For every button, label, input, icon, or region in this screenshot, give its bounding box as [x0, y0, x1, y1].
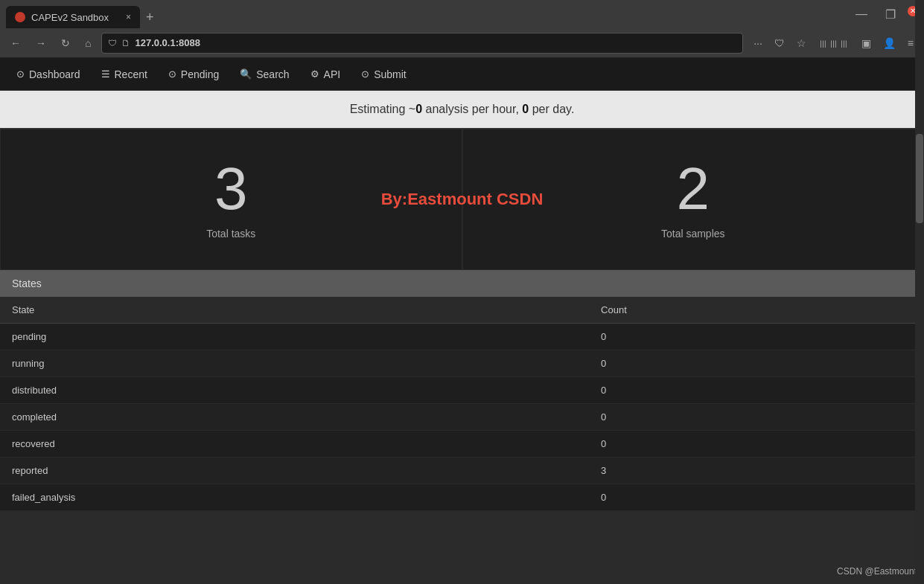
table-row: completed0: [0, 404, 924, 431]
table-row: running0: [0, 350, 924, 377]
addressbar: ← → ↻ ⌂ 🛡 🗋 127.0.0.1:8088 ··· 🛡 ☆ ⫼⫼⫼ ▣…: [0, 28, 924, 58]
total-tasks-label: Total tasks: [206, 228, 255, 240]
refresh-button[interactable]: ↻: [57, 34, 74, 52]
state-cell: failed_analysis: [0, 484, 589, 511]
count-cell: 0: [589, 404, 924, 431]
total-samples-label: Total samples: [661, 228, 725, 240]
nav-pending[interactable]: ⊙ Pending: [158, 58, 229, 91]
sidebar-button[interactable]: ▣: [857, 34, 876, 52]
total-samples-number: 2: [677, 159, 710, 219]
page-icon: 🗋: [121, 38, 130, 48]
estimating-suffix: per day.: [529, 103, 574, 115]
count-cell: 0: [589, 377, 924, 404]
nav-api-label: API: [324, 68, 341, 80]
count-cell: 0: [589, 484, 924, 511]
bottom-credit: CSDN @Eastmount: [837, 566, 917, 577]
count-cell: 0: [589, 324, 924, 350]
recent-icon: ☰: [101, 68, 110, 80]
scroll-thumb[interactable]: [916, 134, 923, 223]
table-row: recovered0: [0, 431, 924, 458]
state-cell: pending: [0, 324, 589, 350]
security-icon: 🛡: [108, 38, 117, 48]
table-row: distributed0: [0, 377, 924, 404]
count-cell: 0: [589, 350, 924, 377]
estimating-middle: analysis per hour,: [422, 103, 522, 115]
nav-submit[interactable]: ⊙ Submit: [351, 58, 417, 91]
app-nav: ⊙ Dashboard ☰ Recent ⊙ Pending 🔍 Search …: [0, 58, 924, 91]
library-button[interactable]: ⫼⫼⫼: [814, 34, 854, 52]
scrollbar[interactable]: [915, 0, 924, 584]
state-cell: completed: [0, 404, 589, 431]
active-tab[interactable]: CAPEv2 Sandbox ×: [6, 6, 140, 28]
state-cell: running: [0, 350, 589, 377]
col-state-header: State: [0, 297, 589, 324]
back-button[interactable]: ←: [6, 34, 25, 52]
table-row: pending0: [0, 324, 924, 350]
account-button[interactable]: 👤: [879, 34, 900, 52]
table-row: reported3: [0, 458, 924, 484]
page-content: Estimating ~0 analysis per hour, 0 per d…: [0, 91, 924, 511]
tab-favicon: [15, 12, 25, 22]
states-section: States State Count pending0running0distr…: [0, 270, 924, 511]
more-options-button[interactable]: ···: [749, 34, 767, 52]
table-header-row: State Count: [0, 297, 924, 324]
pending-icon: ⊙: [168, 68, 176, 80]
state-cell: distributed: [0, 377, 589, 404]
estimating-bar: Estimating ~0 analysis per hour, 0 per d…: [0, 91, 924, 128]
tab-title: CAPEv2 Sandbox: [31, 12, 109, 23]
browser-window: CAPEv2 Sandbox × + — ❐ ✕ ← → ↻ ⌂ 🛡 🗋 127…: [0, 0, 924, 584]
titlebar: CAPEv2 Sandbox × + — ❐ ✕: [0, 0, 924, 28]
states-table: State Count pending0running0distributed0…: [0, 297, 924, 511]
stats-wrapper: 3 Total tasks 2 Total samples By:Eastmou…: [0, 128, 924, 270]
toolbar-icons: ··· 🛡 ☆ ⫼⫼⫼ ▣ 👤 ≡: [749, 34, 918, 52]
tab-close-button[interactable]: ×: [126, 12, 131, 22]
count-cell: 3: [589, 458, 924, 484]
search-icon: 🔍: [240, 68, 252, 80]
dashboard-icon: ⊙: [16, 68, 25, 80]
nav-search-label: Search: [256, 68, 289, 80]
nav-api[interactable]: ⚙ API: [300, 58, 351, 91]
states-header: States: [0, 270, 924, 297]
per-hour-value: 0: [415, 103, 422, 115]
api-icon: ⚙: [310, 68, 319, 80]
new-tab-button[interactable]: +: [140, 7, 160, 28]
nav-recent-label: Recent: [115, 68, 147, 80]
window-controls: — ❐ ✕: [850, 6, 918, 23]
pocket-button[interactable]: 🛡: [770, 34, 789, 52]
address-bar[interactable]: 🛡 🗋 127.0.0.1:8088: [101, 33, 743, 54]
bookmark-button[interactable]: ☆: [792, 34, 811, 52]
tab-area: CAPEv2 Sandbox × +: [6, 0, 844, 28]
total-tasks-card: 3 Total tasks: [0, 129, 462, 270]
home-button[interactable]: ⌂: [80, 34, 95, 52]
url-display: 127.0.0.1:8088: [135, 37, 200, 48]
table-row: failed_analysis0: [0, 484, 924, 511]
minimize-button[interactable]: —: [850, 6, 873, 23]
col-count-header: Count: [589, 297, 924, 324]
count-cell: 0: [589, 431, 924, 458]
total-tasks-number: 3: [214, 159, 248, 219]
nav-dashboard[interactable]: ⊙ Dashboard: [6, 58, 91, 91]
nav-dashboard-label: Dashboard: [29, 68, 80, 80]
restore-button[interactable]: ❐: [879, 6, 902, 23]
forward-button[interactable]: →: [31, 34, 51, 52]
url-host: 127.0.0.1:8088: [135, 37, 200, 48]
nav-pending-label: Pending: [181, 68, 219, 80]
nav-submit-label: Submit: [374, 68, 407, 80]
nav-recent[interactable]: ☰ Recent: [91, 58, 158, 91]
submit-icon: ⊙: [361, 68, 369, 80]
state-cell: reported: [0, 458, 589, 484]
per-day-value: 0: [522, 103, 529, 115]
nav-search[interactable]: 🔍 Search: [229, 58, 299, 91]
estimating-prefix: Estimating ~: [350, 103, 415, 115]
state-cell: recovered: [0, 431, 589, 458]
stats-grid: 3 Total tasks 2 Total samples: [0, 128, 924, 270]
total-samples-card: 2 Total samples: [462, 129, 925, 270]
